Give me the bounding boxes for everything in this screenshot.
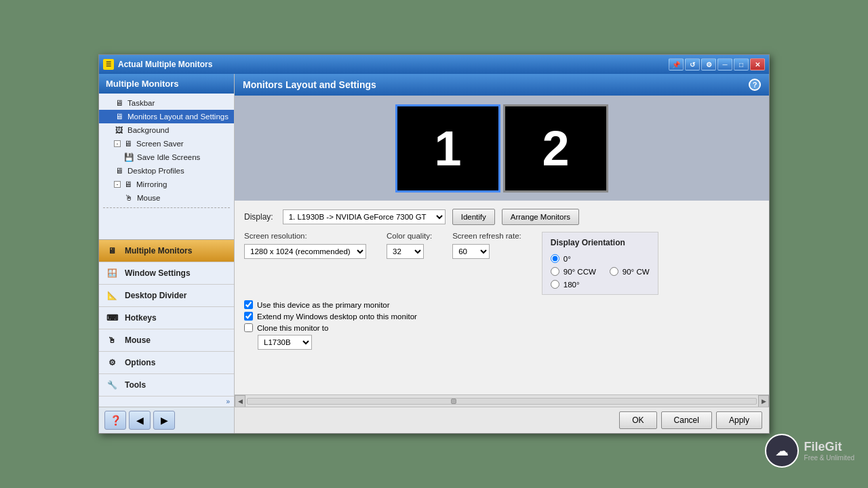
sidebar-item-mirroring[interactable]: - 🖥 Mirroring <box>99 178 234 191</box>
monitors-layout-icon: 🖥 <box>114 111 125 122</box>
multiple-monitors-nav-label: Multiple Monitors <box>125 246 192 256</box>
resolution-select[interactable]: 1280 x 1024 (recommended) <box>244 244 366 259</box>
panel-header: Monitors Layout and Settings ? <box>235 74 769 96</box>
orientation-90ccw-label: 90° CCW <box>564 268 596 276</box>
panel-header-icon[interactable]: ? <box>749 79 761 91</box>
arrange-monitors-button[interactable]: Arrange Monitors <box>502 209 579 225</box>
sidebar-item-taskbar[interactable]: 🖥 Taskbar <box>99 96 234 110</box>
sidebar-item-monitors-layout[interactable]: 🖥 Monitors Layout and Settings <box>99 110 234 123</box>
minimize-button[interactable]: ─ <box>717 58 732 70</box>
sidebar-item-mouse-sub[interactable]: 🖱 Mouse <box>99 191 234 205</box>
sidebar-item-save-idle[interactable]: 💾 Save Idle Screens <box>99 150 234 164</box>
monitor-1[interactable]: 1 <box>395 104 500 192</box>
ok-button[interactable]: OK <box>619 411 656 429</box>
expand-mirroring-icon[interactable]: - <box>114 181 121 188</box>
nav-desktop-divider[interactable]: 📐 Desktop Divider <box>99 285 234 307</box>
monitor-2-number: 2 <box>542 121 569 176</box>
clone-checkbox[interactable] <box>244 323 253 332</box>
footer-forward-btn[interactable]: ▶ <box>153 411 175 430</box>
orientation-90ccw-radio[interactable] <box>551 267 559 276</box>
monitor-2[interactable]: 2 <box>503 104 608 192</box>
tools-nav-label: Tools <box>125 380 146 390</box>
orientation-180-radio[interactable] <box>551 280 559 289</box>
sidebar-footer: ❓ ◀ ▶ <box>99 407 234 433</box>
main-window: ☰ Actual Multiple Monitors 📌 ↺ ⚙ ─ □ ✕ M… <box>98 54 770 434</box>
pin-button[interactable]: 📌 <box>669 58 684 70</box>
close-button[interactable]: ✕ <box>750 58 765 70</box>
desktop-profiles-icon: 🖥 <box>114 165 125 176</box>
orientation-0-row: 0° <box>551 254 650 263</box>
monitors-layout-label: Monitors Layout and Settings <box>127 113 229 121</box>
primary-checkbox-row: Use this device as the primary monitor <box>244 300 760 309</box>
footer-back-btn[interactable]: ◀ <box>129 411 151 430</box>
filegit-logo: ☁ <box>765 434 799 468</box>
footer-help-btn[interactable]: ❓ <box>104 411 126 430</box>
nav-mouse[interactable]: 🖱 Mouse <box>99 329 234 352</box>
title-bar: ☰ Actual Multiple Monitors 📌 ↺ ⚙ ─ □ ✕ <box>99 55 769 74</box>
refresh-col: Screen refresh rate: 60 <box>452 232 521 259</box>
screen-saver-icon: 🖥 <box>123 138 134 149</box>
identify-button[interactable]: Identify <box>452 209 495 225</box>
desktop-profiles-label: Desktop Profiles <box>127 167 184 175</box>
scroll-right-btn[interactable]: ▶ <box>758 395 769 407</box>
hotkeys-nav-label: Hotkeys <box>125 313 157 323</box>
panel-title: Monitors Layout and Settings <box>243 79 376 90</box>
window-footer: OK Cancel Apply <box>235 407 769 433</box>
expand-screen-saver-icon[interactable]: - <box>114 140 121 147</box>
nav-hotkeys[interactable]: ⌨ Hotkeys <box>99 307 234 329</box>
scroll-left-btn[interactable]: ◀ <box>235 395 245 407</box>
orientation-0-radio[interactable] <box>551 254 559 263</box>
primary-checkbox[interactable] <box>244 300 253 309</box>
taskbar-label: Taskbar <box>127 99 155 107</box>
filegit-text-group: FileGit Free & Unlimited <box>804 440 854 462</box>
mirroring-icon: 🖥 <box>123 179 134 190</box>
background-label: Background <box>127 126 169 134</box>
nav-options[interactable]: ⚙ Options <box>99 352 234 374</box>
orientation-180-row: 180° <box>551 280 650 289</box>
content-area: Multiple Monitors 🖥 Taskbar 🖥 Monitors L… <box>99 74 769 433</box>
nav-tools[interactable]: 🔧 Tools <box>99 374 234 396</box>
orientation-box: Display Orientation 0° 90° CCW <box>542 232 658 295</box>
orientation-90cw-radio[interactable] <box>610 267 618 276</box>
sidebar-item-background[interactable]: 🖼 Background <box>99 123 234 137</box>
screen-saver-label: Screen Saver <box>136 140 184 148</box>
settings-area: Display: 1. L1930B -> NVIDIA GeForce 730… <box>235 201 769 394</box>
tools-nav-icon: 🔧 <box>104 378 119 392</box>
sidebar-more-btn[interactable]: » <box>99 396 234 407</box>
mouse-nav-icon: 🖱 <box>104 333 119 348</box>
color-label: Color quality: <box>387 232 432 240</box>
filegit-tagline: Free & Unlimited <box>804 454 854 462</box>
clone-select-row: L1730B <box>258 335 760 350</box>
display-select[interactable]: 1. L1930B -> NVIDIA GeForce 7300 GT <box>283 209 446 224</box>
hotkeys-nav-icon: ⌨ <box>104 310 119 325</box>
orientation-90cw-label: 90° CW <box>623 268 650 276</box>
cancel-button[interactable]: Cancel <box>661 411 712 429</box>
display-label: Display: <box>244 212 273 222</box>
extend-checkbox[interactable] <box>244 312 253 321</box>
clone-checkbox-label: Clone this monitor to <box>257 324 328 332</box>
refresh-select[interactable]: 60 <box>452 244 490 259</box>
refresh-button[interactable]: ↺ <box>685 58 700 70</box>
desktop-divider-nav-label: Desktop Divider <box>125 291 186 300</box>
settings-group: Screen resolution: 1280 x 1024 (recommen… <box>244 232 760 295</box>
maximize-button[interactable]: □ <box>734 58 749 70</box>
color-select[interactable]: 32 <box>387 244 424 259</box>
extend-checkbox-row: Extend my Windows desktop onto this moni… <box>244 312 760 321</box>
nav-multiple-monitors[interactable]: 🖥 Multiple Monitors <box>99 240 234 262</box>
nav-window-settings[interactable]: 🪟 Window Settings <box>99 262 234 285</box>
refresh-label: Screen refresh rate: <box>452 232 521 240</box>
save-idle-label: Save Idle Screens <box>137 153 200 161</box>
mouse-nav-label: Mouse <box>125 336 151 345</box>
extend-checkbox-label: Extend my Windows desktop onto this moni… <box>257 312 417 321</box>
display-row: Display: 1. L1930B -> NVIDIA GeForce 730… <box>244 209 760 225</box>
monitor-1-number: 1 <box>434 121 461 176</box>
orientation-title: Display Orientation <box>551 238 650 247</box>
sidebar-item-screen-saver[interactable]: - 🖥 Screen Saver <box>99 137 234 150</box>
settings-button[interactable]: ⚙ <box>701 58 716 70</box>
apply-button[interactable]: Apply <box>716 411 762 429</box>
sidebar-item-desktop-profiles[interactable]: 🖥 Desktop Profiles <box>99 164 234 178</box>
save-idle-icon: 💾 <box>123 152 134 163</box>
scroll-track[interactable] <box>247 398 757 405</box>
color-col: Color quality: 32 <box>387 232 432 259</box>
clone-target-select[interactable]: L1730B <box>258 335 312 350</box>
